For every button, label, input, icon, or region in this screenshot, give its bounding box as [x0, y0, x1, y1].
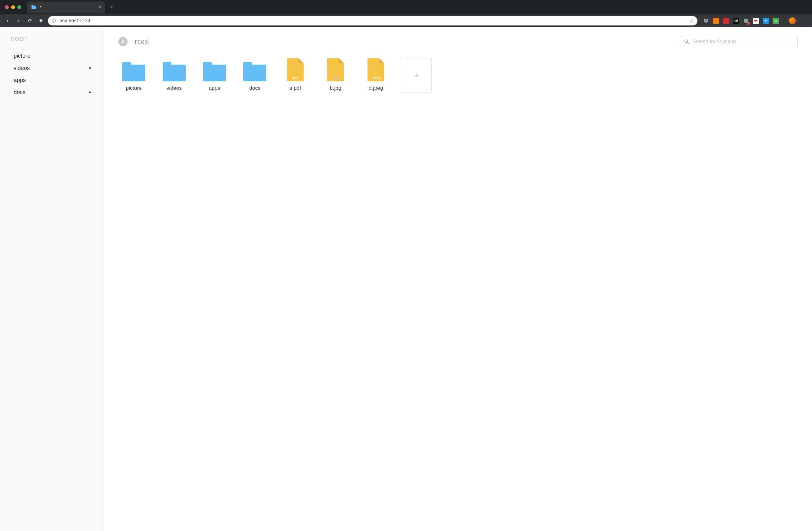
file-icon: .jpeg — [367, 58, 384, 81]
browser-toolbar: ⓘ localhost:1234 ☆ JB 1 ❤ ✚ ✉ — [0, 14, 812, 27]
window-controls — [5, 5, 21, 9]
svg-point-0 — [685, 40, 687, 43]
tab-close-button[interactable]: × — [98, 4, 101, 10]
pocket-extension-icon[interactable] — [703, 18, 709, 24]
folder-item[interactable]: videos — [159, 58, 190, 92]
item-label: videos — [166, 85, 182, 91]
item-label: apps — [209, 85, 220, 91]
extension-icon-jb[interactable]: JB — [733, 18, 739, 24]
item-label: b.jpg — [330, 85, 342, 91]
new-tab-button[interactable]: + — [109, 4, 113, 11]
tab-strip: / × + — [0, 0, 812, 14]
toolbar-divider — [784, 18, 784, 24]
folder-item[interactable]: apps — [199, 58, 230, 92]
folder-item[interactable]: picture — [118, 58, 149, 92]
sidebar-item-videos[interactable]: videos ▼ — [0, 62, 104, 74]
add-item-button[interactable]: + — [401, 58, 432, 92]
breadcrumb: root — [134, 37, 149, 46]
plus-icon: + — [414, 71, 418, 80]
sidebar-tree: picture videos ▼ apps docs ▼ — [0, 50, 104, 98]
extension-icon-blue[interactable]: ✚ — [763, 18, 769, 24]
browser-menu-button[interactable]: ⋮ — [800, 17, 809, 24]
main-panel: root picture videos apps docs — [104, 27, 812, 531]
site-info-icon[interactable]: ⓘ — [52, 18, 56, 24]
extension-icon-green[interactable]: ✉ — [772, 18, 779, 24]
url-host: localhost — [58, 18, 78, 24]
back-button[interactable] — [3, 16, 12, 25]
shield-extension-icon[interactable]: 1 — [743, 18, 749, 24]
main-header: root — [118, 36, 798, 47]
sidebar-item-docs[interactable]: docs ▼ — [0, 86, 104, 98]
app-root: ROOT picture videos ▼ apps docs ▼ root — [0, 27, 812, 531]
sidebar-title: ROOT — [0, 36, 104, 50]
forward-button[interactable] — [14, 16, 23, 25]
sidebar-item-label: apps — [14, 77, 26, 84]
folder-icon — [243, 64, 266, 81]
bookmark-star-icon[interactable]: ☆ — [690, 18, 694, 24]
window-minimize-button[interactable] — [11, 5, 15, 9]
extension-icon-red[interactable] — [723, 18, 729, 24]
window-zoom-button[interactable] — [17, 5, 21, 9]
sidebar-item-label: picture — [14, 53, 30, 59]
sidebar-item-label: docs — [14, 89, 26, 96]
file-item[interactable]: .jpg b.jpg — [320, 58, 351, 92]
folder-favicon-icon — [31, 4, 37, 10]
sidebar: ROOT picture videos ▼ apps docs ▼ — [0, 27, 104, 531]
folder-item[interactable]: docs — [239, 58, 270, 92]
profile-avatar[interactable] — [789, 17, 796, 24]
home-button[interactable] — [37, 16, 45, 25]
file-icon: .jpg — [327, 58, 344, 81]
svg-line-1 — [687, 42, 689, 44]
address-bar[interactable]: ⓘ localhost:1234 ☆ — [48, 16, 697, 26]
search-box[interactable] — [680, 36, 798, 47]
extension-icons: JB 1 ❤ ✚ ✉ ⋮ — [703, 17, 809, 24]
extension-badge: 1 — [747, 22, 750, 25]
file-item[interactable]: .jpeg d.jpeg — [360, 58, 391, 92]
item-label: docs — [249, 85, 260, 91]
file-ext-label: .jpg — [332, 76, 338, 81]
extension-icon-orange[interactable] — [713, 18, 719, 24]
sidebar-item-label: videos — [14, 65, 30, 71]
chevron-down-icon[interactable]: ▼ — [88, 66, 92, 71]
items-grid: picture videos apps docs .pdf a.pdf .jpg… — [118, 58, 798, 92]
extension-icon-white[interactable]: ❤ — [753, 18, 759, 24]
item-label: a.pdf — [289, 85, 301, 91]
item-label: picture — [126, 85, 142, 91]
file-ext-label: .pdf — [292, 76, 298, 81]
browser-chrome: / × + ⓘ localhost:1234 ☆ — [0, 0, 812, 27]
file-ext-label: .jpeg — [372, 76, 380, 81]
search-icon — [684, 39, 690, 44]
folder-icon — [163, 64, 186, 81]
go-up-button[interactable] — [118, 37, 128, 46]
reload-button[interactable] — [26, 16, 34, 25]
sidebar-item-picture[interactable]: picture — [0, 50, 104, 62]
sidebar-item-apps[interactable]: apps — [0, 74, 104, 86]
browser-tab[interactable]: / × — [27, 2, 105, 13]
url-port: :1234 — [78, 18, 90, 24]
chevron-down-icon[interactable]: ▼ — [88, 90, 92, 95]
file-icon: .pdf — [287, 58, 304, 81]
tab-title: / — [40, 5, 95, 10]
folder-icon — [203, 64, 226, 81]
folder-icon — [122, 64, 145, 81]
url-text: localhost:1234 — [58, 18, 90, 24]
window-close-button[interactable] — [5, 5, 9, 9]
search-input[interactable] — [693, 39, 794, 44]
file-item[interactable]: .pdf a.pdf — [280, 58, 311, 92]
item-label: d.jpeg — [369, 85, 383, 91]
